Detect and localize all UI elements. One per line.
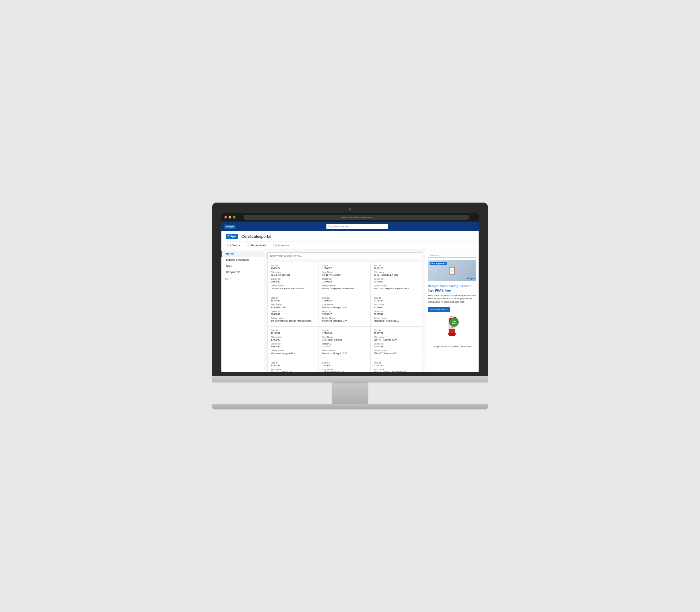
svg-rect-6 xyxy=(449,335,455,336)
laptop-trackpad xyxy=(332,382,368,404)
certificate-search-input[interactable] xyxy=(267,252,422,259)
cert-card-4[interactable]: Ship ID: 1877593 Ship Name: 17 FEBRUARI … xyxy=(267,294,319,326)
nav-expired-certificates[interactable]: Expired certificates xyxy=(221,257,264,263)
product-subtitle: Dräger foam extinguisher - PFAS free xyxy=(433,345,471,348)
search-container xyxy=(267,252,422,259)
sp-search-bar[interactable]: 🔍 xyxy=(326,224,388,229)
certificate-icon: 📋 xyxy=(447,266,457,275)
more-info-button[interactable]: More information xyxy=(428,307,450,312)
cert-card-2[interactable]: Ship ID: 1868877 Ship Name: 02-18-YK JOK… xyxy=(319,262,370,294)
drager-watermark: Dräger xyxy=(467,277,475,280)
cert-card-1[interactable]: Ship ID: 1869874 Ship Name: 02-18-YK JOK… xyxy=(267,262,319,294)
command-bar: + + New ▾ 📄 Page details 📊 Analytics xyxy=(221,241,479,249)
browser-url: certificatesportal.drager.com xyxy=(341,216,372,219)
extinguisher-container: PFAS free PureNature Dräger foam extingu… xyxy=(428,315,476,348)
right-panel: 📋 Our approvals Dräger Dräger foam extin… xyxy=(425,249,479,372)
certificate-grid: Ship ID: 1869874 Ship Name: 02-18-YK JOK… xyxy=(267,262,422,372)
close-dot[interactable] xyxy=(225,216,227,219)
page-icon: 📄 xyxy=(247,244,251,247)
product-description: The foam extinguisher is a (PFAS) fluori… xyxy=(428,294,476,304)
center-content: Ship ID: 1869874 Ship Name: 02-18-YK JOK… xyxy=(264,249,425,372)
site-header: Dräger Certificatesportal xyxy=(221,231,479,241)
cert-card-8[interactable]: Ship ID: 1710648 Ship Name: 1794052 Reef… xyxy=(319,326,370,359)
promo-badge: Our approvals xyxy=(430,262,447,265)
pure-nature-badge: PureNature xyxy=(449,318,459,327)
cert-card-5[interactable]: Ship ID: 1710652 Ship Name: Mannens Heng… xyxy=(319,294,370,326)
nav-edit-link[interactable]: Edit xyxy=(221,276,264,282)
chevron-down-icon: ▾ xyxy=(239,244,240,247)
left-navigation: Home Expired certificates Q&A Recycle bi… xyxy=(221,249,264,372)
sp-search-input[interactable] xyxy=(333,225,386,228)
laptop-bottom xyxy=(212,404,488,409)
cert-card-9[interactable]: Ship ID: 1582721 Ship Name: 3D NOT Servi… xyxy=(371,326,422,359)
nav-recycle-bin[interactable]: Recycle bin xyxy=(221,269,264,275)
laptop-base xyxy=(212,376,488,382)
minimize-dot[interactable] xyxy=(229,216,231,219)
plus-icon: + xyxy=(227,244,229,247)
site-title: Certificatesportal xyxy=(241,234,271,239)
right-panel-search-input[interactable] xyxy=(428,253,476,258)
sharepoint-topnav: Dräger 🔍 xyxy=(221,222,479,231)
browser-address-bar[interactable]: certificatesportal.drager.com xyxy=(243,215,469,220)
analytics-button[interactable]: 📊 Analytics xyxy=(272,243,290,248)
svg-rect-0 xyxy=(450,317,454,318)
drager-sp-logo: Dräger xyxy=(225,225,235,228)
promo-banner: 📋 Our approvals Dräger xyxy=(428,260,476,281)
browser-topbar: certificatesportal.drager.com xyxy=(221,213,479,222)
nav-home[interactable]: Home xyxy=(221,251,264,257)
cert-card-10[interactable]: Ship ID: 1154333 Ship Name: 481 MV VEERD… xyxy=(267,359,319,372)
cert-card-3[interactable]: Ship ID: 1237100 Ship Name: 0312 - COSTA… xyxy=(371,262,422,294)
chart-icon: 📊 xyxy=(273,244,277,247)
promo-image: 📋 Our approvals Dräger xyxy=(428,260,476,281)
search-icon: 🔍 xyxy=(328,225,332,228)
svg-text:free: free xyxy=(451,327,453,328)
drager-logo: Dräger xyxy=(226,234,238,239)
new-button[interactable]: + + New ▾ xyxy=(226,243,241,248)
cert-card-6[interactable]: Ship ID: 1711313 Ship Name: 1793695 Debt… xyxy=(371,294,422,326)
page-details-button[interactable]: 📄 Page details xyxy=(246,243,268,248)
product-title: Dräger foam extinguisher 9 liter PFAS fr… xyxy=(428,284,476,293)
cert-card-7[interactable]: Ship ID: 1714392 Ship Name: 1700898 Debt… xyxy=(267,326,319,359)
nav-qa[interactable]: Q&A xyxy=(221,263,264,269)
extinguisher-wrapper: PFAS free PureNature xyxy=(443,315,461,344)
drager-logo-box: Dräger xyxy=(226,234,238,239)
cert-card-11[interactable]: Ship ID: 1305581 Ship Name: 471 MV EUROD… xyxy=(319,359,370,372)
svg-rect-5 xyxy=(448,333,456,335)
laptop-camera xyxy=(349,208,351,210)
cert-card-12[interactable]: Ship ID: 1142382 Ship Name: 472 MV NIEUW… xyxy=(371,359,422,372)
maximize-dot[interactable] xyxy=(233,216,235,219)
